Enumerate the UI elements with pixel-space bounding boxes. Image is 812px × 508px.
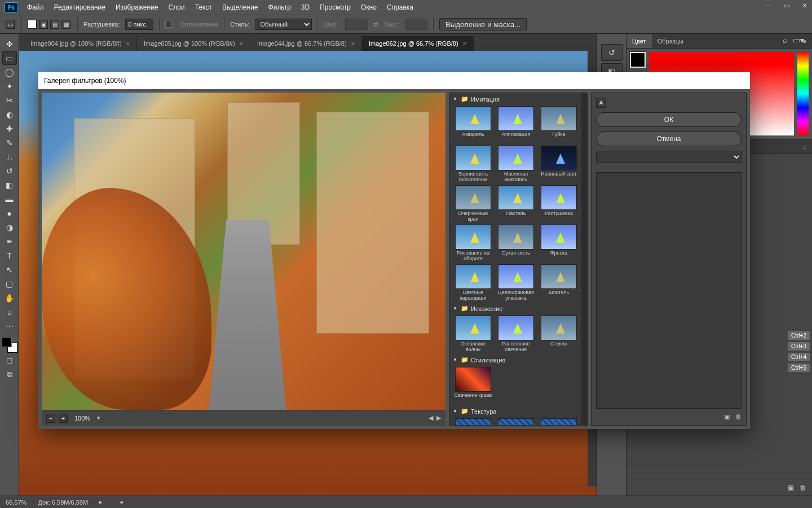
menu-3d[interactable]: 3D [297,1,314,14]
menu-image[interactable]: Изображение [111,1,163,14]
tool-quickmask[interactable]: ◻ [2,353,17,367]
filter-sponge[interactable]: Губка [539,106,579,143]
status-doc-size[interactable]: Док: 6,59M/6,59M [38,499,88,506]
filter-dry-brush[interactable]: Сухая кисть [496,225,536,262]
collapse-filters-icon[interactable]: ⮝ [596,98,606,108]
tool-screenmode[interactable]: ⧉ [2,367,17,381]
menu-text[interactable]: Текст [191,1,217,14]
category-stylize[interactable]: ▼📁 Стилизация [449,354,587,366]
feather-input[interactable] [125,19,153,30]
filter-texture-0[interactable] [453,418,493,426]
delete-icon[interactable]: 🗑 [800,484,806,492]
tool-wand[interactable]: ✦ [2,80,17,93]
menu-window[interactable]: Окно [356,1,381,14]
tool-gradient[interactable]: ▬ [2,192,17,206]
tool-lasso[interactable]: ◯ [2,65,17,79]
tool-path[interactable]: ↖ [2,263,17,277]
swap-icon[interactable]: ⇄ [373,21,378,28]
doc-tab-0[interactable]: Image004.jpg @ 100% (RGB/8#)× [24,36,137,51]
chevron-left-icon[interactable]: ◂ [120,498,123,506]
prev-icon[interactable]: ◀ [429,414,433,422]
filter-ocean-ripple[interactable]: Океанские волны [453,316,493,353]
filter-colored-pencil[interactable]: Цветные карандаши [453,264,493,301]
filter-cutout[interactable]: Аппликация [496,106,536,143]
close-icon[interactable]: × [351,40,355,47]
close-icon[interactable]: ✕ [801,2,809,10]
filter-smudge[interactable]: Растушевка [539,185,579,222]
tool-type[interactable]: T [2,249,17,262]
tool-move[interactable]: ✥ [2,37,17,51]
filter-poster-edges[interactable]: Очерченные края [453,185,493,222]
tool-brush[interactable]: ✎ [2,136,17,150]
tool-hand[interactable]: ✋ [2,291,17,305]
tool-crop[interactable]: ✂ [2,94,17,107]
doc-tab-1[interactable]: Image005.jpg @ 100% (RGB/8#)× [137,36,250,51]
menu-select[interactable]: Выделение [218,1,263,14]
filter-neon-glow[interactable]: Неоновый свет [539,146,579,183]
menu-view[interactable]: Просмотр [315,1,355,14]
selection-new-icon[interactable] [28,20,37,29]
search-icon[interactable]: ⌕ [783,36,787,45]
zoom-out-button[interactable]: − [46,414,55,423]
filter-preset-select[interactable] [596,151,742,163]
tab-swatches[interactable]: Образцы [652,34,689,48]
menu-help[interactable]: Справка [382,1,418,14]
tool-zoom[interactable]: ⌕ [2,305,17,319]
zoom-in-button[interactable]: + [59,414,68,423]
menu-layers[interactable]: Слои [164,1,189,14]
filter-texture-1[interactable] [496,418,536,426]
marquee-tool-icon[interactable]: ▭ [6,20,15,29]
tool-eyedropper[interactable]: ◐ [2,108,17,121]
filter-preview-image[interactable] [42,93,445,410]
tool-eraser[interactable]: ◧ [2,178,17,192]
filter-pastels[interactable]: Пастель [496,185,536,222]
style-select[interactable]: Обычный [255,19,312,30]
chevron-right-icon[interactable]: ▸ [99,498,103,506]
filter-glass[interactable]: Стекло [539,316,579,353]
filter-film-grain[interactable]: Зернистость фотопленки [453,146,493,183]
antialias-checkbox[interactable] [165,21,172,28]
delete-effect-icon[interactable]: 🗑 [735,413,742,421]
color-swatches[interactable] [2,337,17,353]
new-effect-layer-icon[interactable]: ▣ [724,413,730,421]
chevron-down-icon[interactable]: ▾ [97,414,100,422]
menu-file[interactable]: Файл [23,1,48,14]
minimize-icon[interactable]: — [765,2,773,10]
tool-healing[interactable]: ✚ [2,122,17,135]
refine-edge-button[interactable]: Выделение и маска... [439,18,527,30]
filter-oil-paint[interactable]: Масляная живопись [496,146,536,183]
filter-texture-2[interactable] [539,418,579,426]
menu-edit[interactable]: Редактирование [50,1,110,14]
category-imitation[interactable]: ▼📁 Имитация [449,93,587,105]
menu-filter[interactable]: Фильтр [264,1,295,14]
filter-list-scrollbar[interactable] [581,93,587,425]
category-texture[interactable]: ▼📁 Текстура [449,405,587,417]
cancel-button[interactable]: Отмена [596,132,742,146]
foreground-color-swatch[interactable] [630,52,646,68]
maximize-icon[interactable]: ▭ [783,2,791,10]
filter-diffuse-glow[interactable]: Рассеянное свечение [496,316,536,353]
tool-stamp[interactable]: ⎍ [2,150,17,164]
selection-intersect-icon[interactable]: ▦ [61,20,70,29]
tool-dodge[interactable]: ◑ [2,221,17,234]
new-layer-icon[interactable]: ▣ [788,484,794,492]
close-icon[interactable]: × [126,40,130,47]
status-zoom[interactable]: 66,67% [6,499,27,506]
close-icon[interactable]: × [240,40,243,47]
filter-glowing-edges[interactable]: Свечение краев [453,367,493,404]
filter-palette-knife[interactable]: Шпатель [539,264,579,301]
tool-blur[interactable]: ● [2,207,17,220]
tool-shape[interactable]: ▢ [2,277,17,291]
tool-pen[interactable]: ✒ [2,235,17,248]
filter-watercolor[interactable]: Акварель [453,106,493,143]
category-distort[interactable]: ▼📁 Искажение [449,303,587,314]
doc-tab-3[interactable]: Image062.jpg @ 66,7% (RGB/8)× [362,36,474,51]
hue-slider[interactable] [797,52,809,135]
selection-add-icon[interactable]: ▣ [39,20,48,29]
preview-zoom-value[interactable]: 100% [74,415,90,422]
close-icon[interactable]: × [463,40,466,47]
tool-marquee[interactable]: ▭ [2,51,17,65]
filter-fresco[interactable]: Фреска [539,225,579,262]
filter-plastic-wrap[interactable]: Целлофановая упаковка [496,264,536,301]
tab-color[interactable]: Цвет [626,34,652,48]
